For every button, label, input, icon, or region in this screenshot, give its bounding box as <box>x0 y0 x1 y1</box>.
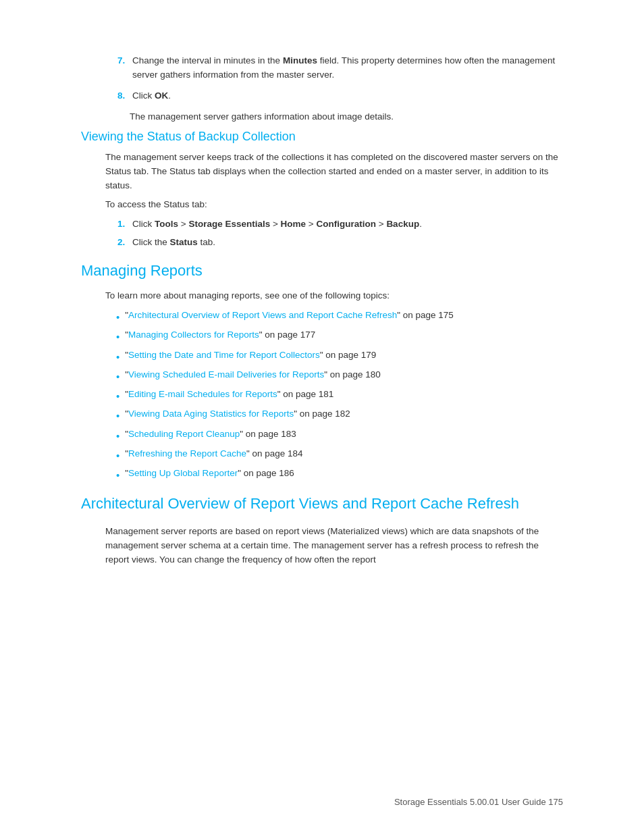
arch-heading: Architectural Overview of Report Views a… <box>81 495 563 513</box>
viewing-para1: The management server keeps track of the… <box>105 151 563 193</box>
viewing-content: The management server keeps track of the… <box>105 151 563 251</box>
managing-heading: Managing Reports <box>81 262 563 280</box>
viewing-steps-list: 1. Click Tools > Storage Essentials > Ho… <box>117 217 563 250</box>
viewing-heading: Viewing the Status of Backup Collection <box>81 130 563 144</box>
step-8-number: 8. <box>117 89 132 103</box>
viewing-para2: To access the Status tab: <box>105 198 563 212</box>
managing-list: • "Architectural Overview of Report View… <box>116 309 563 483</box>
step-7-list: 7. Change the interval in minutes in the… <box>117 54 563 82</box>
managing-section: Managing Reports To learn more about man… <box>81 262 563 483</box>
viewing-section: Viewing the Status of Backup Collection … <box>81 130 563 251</box>
link-managing-collectors[interactable]: Managing Collectors for Reports <box>128 330 259 340</box>
step-8-text: Click OK. <box>132 89 171 103</box>
list-item: • "Editing E-mail Schedules for Reports"… <box>116 388 563 404</box>
viewing-step-1-text: Click Tools > Storage Essentials > Home … <box>132 217 422 232</box>
viewing-step-2: 2. Click the Status tab. <box>117 236 563 250</box>
list-item: • "Viewing Scheduled E-mail Deliveries f… <box>116 368 563 384</box>
step-7-block: 7. Change the interval in minutes in the… <box>105 54 563 82</box>
list-item: • "Managing Collectors for Reports" on p… <box>116 328 563 344</box>
footer-text: Storage Essentials 5.00.01 User Guide 17… <box>394 797 563 807</box>
step-8-subtext: The management server gathers informatio… <box>130 110 563 124</box>
link-setting-up-global-reporter[interactable]: Setting Up Global Reporter <box>128 468 238 478</box>
list-item: • "Viewing Data Aging Statistics for Rep… <box>116 407 563 423</box>
viewing-step-1: 1. Click Tools > Storage Essentials > Ho… <box>117 217 563 232</box>
step-7-text: Change the interval in minutes in the Mi… <box>132 54 563 82</box>
step-7-number: 7. <box>117 54 132 82</box>
list-item: • "Setting Up Global Reporter" on page 1… <box>116 467 563 483</box>
managing-content: To learn more about managing reports, se… <box>105 289 563 483</box>
list-item: • "Architectural Overview of Report View… <box>116 309 563 325</box>
list-item: • "Scheduling Report Cleanup" on page 18… <box>116 427 563 444</box>
page-footer: Storage Essentials 5.00.01 User Guide 17… <box>394 797 563 807</box>
link-setting-date-time[interactable]: Setting the Date and Time for Report Col… <box>128 350 320 360</box>
link-editing-email-schedules[interactable]: Editing E-mail Schedules for Reports <box>128 389 277 399</box>
step-8-item: 8. Click OK. <box>117 89 563 103</box>
step-8-block: 8. Click OK. The management server gathe… <box>105 89 563 124</box>
managing-intro: To learn more about managing reports, se… <box>105 289 563 303</box>
link-refreshing-cache[interactable]: Refreshing the Report Cache <box>128 448 246 459</box>
link-scheduling-cleanup[interactable]: Scheduling Report Cleanup <box>128 429 240 439</box>
step-8-list: 8. Click OK. <box>117 89 563 103</box>
list-item: • "Setting the Date and Time for Report … <box>116 348 563 365</box>
arch-content: Management server reports are based on r… <box>105 525 563 567</box>
arch-section: Architectural Overview of Report Views a… <box>81 495 563 567</box>
viewing-step-2-text: Click the Status tab. <box>132 236 215 250</box>
arch-para1: Management server reports are based on r… <box>105 525 563 567</box>
step-7-item: 7. Change the interval in minutes in the… <box>117 54 563 82</box>
page: 7. Change the interval in minutes in the… <box>0 0 644 834</box>
link-arch-overview[interactable]: Architectural Overview of Report Views a… <box>128 310 397 320</box>
link-viewing-data-aging[interactable]: Viewing Data Aging Statistics for Report… <box>128 409 294 419</box>
list-item: • "Refreshing the Report Cache" on page … <box>116 447 563 463</box>
link-viewing-scheduled-email[interactable]: Viewing Scheduled E-mail Deliveries for … <box>128 369 324 380</box>
